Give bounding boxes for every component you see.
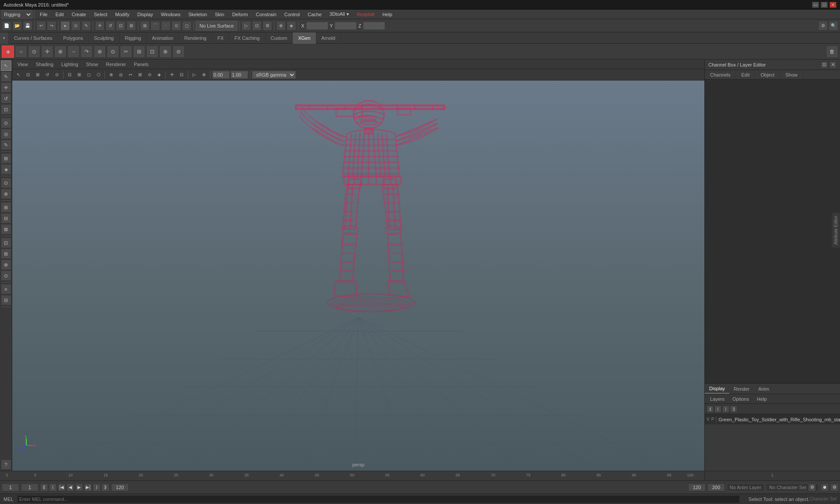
- cb-tab-show[interactable]: Show: [780, 70, 803, 79]
- shelf-icon-10[interactable]: ⊞: [133, 46, 145, 58]
- move-btn[interactable]: ✛: [95, 21, 105, 31]
- tab-fx[interactable]: FX: [212, 32, 229, 44]
- x-field[interactable]: [306, 22, 328, 30]
- shelf-icon-6[interactable]: ↷: [80, 46, 93, 58]
- crease-btn[interactable]: ⊟: [1, 213, 11, 224]
- panel-menu-shading[interactable]: Shading: [32, 61, 57, 68]
- vp-aa-btn[interactable]: ∺: [126, 70, 135, 79]
- vp-render2-btn[interactable]: ⊕: [200, 70, 208, 79]
- shelf-icon-3[interactable]: ✛: [41, 46, 53, 58]
- menu-skeleton[interactable]: Skeleton: [185, 11, 210, 18]
- mel-input[interactable]: [17, 495, 740, 503]
- cb-tab-channels[interactable]: Channels: [705, 70, 736, 79]
- menu-file[interactable]: File: [36, 11, 51, 18]
- range-max-input[interactable]: [707, 483, 725, 491]
- menu-3dtoall[interactable]: 3DtoAll ▾: [326, 10, 353, 18]
- menu-edit[interactable]: Edit: [52, 11, 67, 18]
- menu-control[interactable]: Control: [281, 11, 303, 18]
- vp-manip-btn[interactable]: ✛: [168, 70, 176, 79]
- snap-grid-btn[interactable]: ⊞: [140, 21, 150, 31]
- paint-select-btn[interactable]: ✎: [1, 71, 11, 82]
- soft-select-btn[interactable]: ⊙: [1, 118, 11, 128]
- shelf-icon-13[interactable]: ⊘: [172, 46, 185, 58]
- tab-animation[interactable]: Animation: [147, 32, 179, 44]
- menu-deform[interactable]: Deform: [229, 11, 252, 18]
- colorspace-select[interactable]: sRGB gamma: [252, 71, 296, 79]
- layer-nav-first[interactable]: ⟪: [707, 406, 714, 413]
- vp-sync-btn[interactable]: ↺: [43, 70, 52, 79]
- snap-point-btn[interactable]: ·: [161, 21, 171, 31]
- vp-grid-btn[interactable]: ⊞: [136, 70, 144, 79]
- gamma-input[interactable]: [231, 71, 248, 79]
- snap-curve-btn[interactable]: ⌒: [150, 21, 160, 31]
- grid-btn[interactable]: ⊞: [1, 202, 11, 213]
- pb-next-keyframe[interactable]: ▶|: [84, 483, 92, 491]
- char-set-btn[interactable]: ⚙: [808, 483, 816, 491]
- menu-skin[interactable]: Skin: [211, 11, 228, 18]
- layer-tab-display[interactable]: Display: [705, 384, 729, 394]
- redo-btn[interactable]: ↪: [47, 21, 56, 31]
- autokey-btn[interactable]: ⏺: [821, 483, 829, 491]
- pb-prev-keyframe[interactable]: |◀: [58, 483, 66, 491]
- layer-menu-options[interactable]: Options: [729, 396, 752, 402]
- tab-fx-caching[interactable]: FX Caching: [229, 32, 265, 44]
- render-view-btn[interactable]: ◈: [287, 21, 296, 31]
- shelf-icon-9[interactable]: ✂: [120, 46, 132, 58]
- tab-custom[interactable]: Custom: [266, 32, 293, 44]
- undo-btn[interactable]: ↩: [36, 21, 46, 31]
- shelf-icon-8[interactable]: ⊙: [107, 46, 119, 58]
- tab-curves-surfaces[interactable]: Curves / Surfaces: [9, 32, 58, 44]
- cb-tab-object[interactable]: Object: [755, 70, 780, 79]
- vp-resolution-btn[interactable]: ⊡: [177, 70, 186, 79]
- ipr-btn[interactable]: ⊡: [252, 21, 262, 31]
- layer-menu-help[interactable]: Help: [753, 396, 770, 402]
- shelf-toggle[interactable]: ▾: [0, 32, 9, 44]
- open-file-btn[interactable]: 📂: [12, 21, 22, 31]
- frame-start-input[interactable]: [2, 483, 19, 491]
- rotate-btn[interactable]: ↺: [105, 21, 115, 31]
- panel-menu-lighting[interactable]: Lighting: [58, 61, 82, 68]
- vp-camera-btn[interactable]: ↖: [14, 70, 23, 79]
- y-field[interactable]: [335, 22, 357, 30]
- shelf-icon-11[interactable]: ⊡: [146, 46, 158, 58]
- menu-help[interactable]: Help: [379, 11, 396, 18]
- move-tool-btn[interactable]: ✛: [1, 82, 11, 93]
- extra-btn2[interactable]: ⊞: [1, 248, 11, 259]
- menu-select[interactable]: Select: [91, 11, 111, 18]
- shelf-icon-1[interactable]: ○: [15, 46, 27, 58]
- select-tool-btn[interactable]: ↖: [1, 60, 11, 71]
- layer-tab-anim[interactable]: Anim: [754, 384, 774, 394]
- menu-modify[interactable]: Modify: [112, 11, 133, 18]
- layer-tab-render[interactable]: Render: [729, 384, 754, 394]
- universal-btn[interactable]: ⊞: [126, 21, 136, 31]
- panel-menu-show[interactable]: Show: [83, 61, 102, 68]
- render-settings-btn[interactable]: ⚙: [262, 21, 272, 31]
- tab-arnold[interactable]: Arnold: [316, 32, 341, 44]
- crease2-btn[interactable]: ⊠: [1, 224, 11, 234]
- tab-rendering[interactable]: Rendering: [179, 32, 212, 44]
- paint-btn-l[interactable]: ✎: [1, 140, 11, 150]
- paint-btn[interactable]: ✎: [81, 21, 91, 31]
- vp-isolate-btn[interactable]: ⊙: [52, 70, 61, 79]
- shelf-icon-2[interactable]: ⊙: [28, 46, 40, 58]
- pb-go-start[interactable]: ⟪: [40, 483, 48, 491]
- question-btn[interactable]: ?: [1, 459, 11, 470]
- cb-tab-edit[interactable]: Edit: [736, 70, 755, 79]
- extra-btn5[interactable]: ≡: [1, 284, 11, 294]
- viewport[interactable]: X Y Z persp: [12, 80, 704, 471]
- vp-frame-sel-btn[interactable]: ⊞: [33, 70, 42, 79]
- pb-go-end[interactable]: ⟫: [102, 483, 109, 491]
- cb-float-btn[interactable]: ⊡: [821, 61, 828, 68]
- layer-visibility[interactable]: V: [707, 417, 710, 422]
- vp-wireframe-btn[interactable]: ⊡: [65, 70, 74, 79]
- timeline-left[interactable]: 0 5 10 15 20 25 30 35 40 45 50 55 60 65 …: [0, 471, 704, 480]
- search-btn[interactable]: 🔍: [829, 21, 838, 31]
- no-live-surface-btn[interactable]: No Live Surface: [196, 21, 238, 31]
- layer-nav-next[interactable]: ⟩: [722, 406, 729, 413]
- minimize-button[interactable]: —: [812, 2, 819, 8]
- vp-bounding-btn[interactable]: ⬡: [94, 70, 103, 79]
- maximize-button[interactable]: □: [821, 2, 828, 8]
- layer-menu-layers[interactable]: Layers: [707, 396, 728, 402]
- layer-nav-last[interactable]: ⟫: [730, 406, 737, 413]
- shelf-icon-7[interactable]: ⊕: [94, 46, 106, 58]
